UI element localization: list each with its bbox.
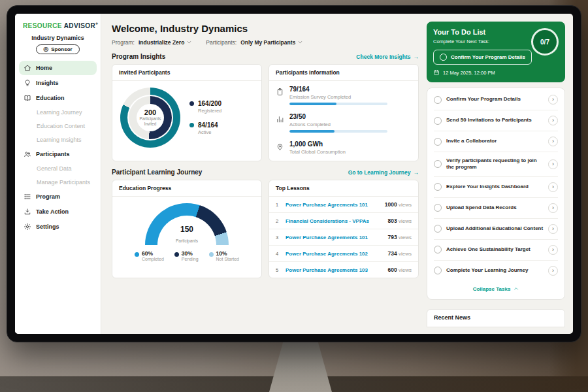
gear-icon [24, 223, 31, 231]
lesson-row[interactable]: 2 Financial Considerations - VPPAs 803 v… [269, 213, 418, 229]
lesson-row[interactable]: 5 Power Purchase Agreements 103 600 view… [269, 262, 418, 278]
stat-global-consumption: 1,000 GWh Total Global Consumption [269, 136, 418, 161]
lesson-link[interactable]: Power Purchase Agreements 101 [286, 202, 380, 208]
stat-emission-survey: 79/164 Emission Survey Completed [269, 81, 418, 108]
chevron-right-icon[interactable]: › [548, 245, 558, 255]
sidebar-item-learning-journey[interactable]: Learning Journey [19, 106, 97, 119]
task-checkbox[interactable] [434, 204, 442, 212]
invited-donut-center: 200 Participants Invited [137, 104, 164, 131]
task-row[interactable]: Complete Your Learning Journey › [434, 261, 558, 281]
go-to-learning-journey-link[interactable]: Go to Learning Journey → [348, 169, 419, 176]
task-checkbox[interactable] [434, 160, 442, 168]
sidebar-item-settings[interactable]: Settings [19, 220, 97, 234]
collapse-tasks-link[interactable]: Collapse Tasks [434, 281, 558, 298]
filter-bar: Program: Industrialize Zero Participants… [112, 39, 419, 46]
sponsor-badge-label: Sponsor [51, 46, 72, 52]
lesson-link[interactable]: Power Purchase Agreements 103 [286, 267, 384, 273]
task-checkbox[interactable] [434, 117, 442, 125]
chevron-right-icon[interactable]: › [548, 95, 558, 105]
top-lessons-title: Top Lessons [269, 180, 418, 197]
chevron-down-icon [187, 39, 191, 46]
lightbulb-icon [24, 79, 31, 87]
gauge-legend-not-started: 10% Not Started [209, 251, 239, 261]
sidebar-item-home[interactable]: Home [19, 61, 97, 75]
gauge-legend-pending: 30% Pending [174, 251, 199, 261]
todo-progress-ring: 0/7 [531, 28, 559, 56]
lesson-row[interactable]: 3 Power Purchase Agreements 101 793 view… [269, 229, 418, 246]
task-checkbox[interactable] [434, 246, 442, 253]
task-checkbox[interactable] [434, 183, 442, 191]
task-row[interactable]: Confirm Your Program Details › [434, 90, 558, 110]
chevron-right-icon[interactable]: › [548, 203, 558, 213]
task-row[interactable]: Explore Your Insights Dashboard › [434, 177, 558, 198]
top-lessons-card: Top Lessons 1 Power Purchase Agreements … [269, 180, 419, 278]
chevron-right-icon[interactable]: › [548, 224, 558, 234]
todo-next-task[interactable]: Confirm Your Program Details [433, 50, 532, 65]
todo-panel: Your To Do List Complete Your Next Task:… [427, 14, 573, 334]
chevron-down-icon [298, 39, 302, 46]
people-icon [24, 150, 31, 158]
recent-news-header: Recent News [427, 309, 565, 327]
chevron-right-icon[interactable]: › [548, 182, 558, 192]
sidebar-item-insights[interactable]: Insights [19, 76, 97, 90]
main-content: Welcome, Industry Dynamics Program: Indu… [101, 14, 427, 334]
target-icon: ◎ [43, 46, 48, 52]
participants-information-card: Participants Information 79/164 Emission… [269, 64, 419, 161]
invited-participants-card: Invited Participants 200 Participants In… [112, 64, 262, 161]
app-logo: RESOURCE ADVISOR+ [15, 20, 101, 33]
sidebar-item-education-content[interactable]: Education Content [19, 120, 97, 133]
map-pin-icon [276, 142, 284, 150]
bar-chart-icon [276, 114, 284, 123]
invited-donut-chart: 200 Participants Invited [120, 88, 180, 148]
lesson-row[interactable]: 4 Power Purchase Agreements 102 734 view… [269, 246, 418, 262]
program-insights-title: Program Insights [112, 53, 165, 60]
legend-dot [135, 252, 139, 257]
check-more-insights-link[interactable]: Check More Insights → [356, 54, 419, 60]
chevron-right-icon[interactable]: › [548, 266, 558, 276]
task-checkbox[interactable] [434, 96, 442, 104]
home-icon [24, 64, 31, 72]
lesson-link[interactable]: Financial Considerations - VPPAs [286, 218, 384, 224]
gauge-legend-completed: 60% Completed [135, 251, 164, 261]
task-checkbox[interactable] [434, 225, 442, 233]
stat-actions-completed: 23/50 Actions Completed [269, 108, 418, 136]
lesson-link[interactable]: Power Purchase Agreements 102 [286, 251, 384, 257]
todo-card: Your To Do List Complete Your Next Task:… [427, 22, 565, 82]
chevron-right-icon[interactable]: › [548, 137, 558, 146]
education-progress-card: Education Progress 150 Participants 60% [112, 180, 262, 278]
task-row[interactable]: Verify participants requesting to join t… [434, 152, 558, 177]
sidebar-item-take-action[interactable]: Take Action [19, 204, 97, 219]
lesson-link[interactable]: Power Purchase Agreements 101 [286, 235, 384, 240]
download-icon [24, 208, 31, 216]
program-select[interactable]: Industrialize Zero [139, 39, 191, 46]
legend-dot [209, 252, 214, 257]
page-title: Welcome, Industry Dynamics [112, 23, 419, 34]
sidebar-item-learning-insights[interactable]: Learning Insights [19, 133, 97, 146]
task-checkbox[interactable] [434, 267, 442, 274]
sidebar-item-education[interactable]: Education [19, 91, 97, 105]
arrow-right-icon: → [414, 169, 419, 176]
sidebar-item-general-data[interactable]: General Data [19, 162, 97, 175]
todo-due-date: 12 May 2025, 12:00 PM [433, 69, 559, 76]
task-list-card: Confirm Your Program Details › Send 50 I… [427, 88, 565, 300]
task-row[interactable]: Upload Additional Educational Content › [434, 219, 558, 240]
screen: RESOURCE ADVISOR+ Industry Dynamics ◎ Sp… [15, 14, 573, 334]
chevron-right-icon[interactable]: › [548, 159, 558, 169]
task-checkbox[interactable] [434, 138, 442, 146]
progress-bar [289, 130, 387, 133]
task-row[interactable]: Upload Spend Data Records › [434, 198, 558, 219]
education-gauge-center: 150 Participants [145, 225, 229, 245]
education-gauge-chart: 150 Participants [145, 203, 229, 245]
participants-select[interactable]: Only My Participants [240, 39, 302, 46]
chevron-right-icon[interactable]: › [548, 116, 558, 125]
sidebar-item-program[interactable]: Program [19, 189, 97, 204]
task-row[interactable]: Achieve One Sustainability Target › [434, 240, 558, 261]
sponsor-badge[interactable]: ◎ Sponsor [36, 44, 79, 54]
monitor-bezel: RESOURCE ADVISOR+ Industry Dynamics ◎ Sp… [7, 5, 581, 342]
task-row[interactable]: Send 50 Invitations to Participants › [434, 110, 558, 131]
sidebar-item-manage-participants[interactable]: Manage Participants [19, 176, 97, 189]
sidebar-item-participants[interactable]: Participants [19, 147, 97, 161]
lesson-row[interactable]: 1 Power Purchase Agreements 101 1000 vie… [269, 197, 418, 213]
task-row[interactable]: Invite a Collaborator › [434, 131, 558, 152]
info-card-title: Participants Information [269, 65, 418, 81]
